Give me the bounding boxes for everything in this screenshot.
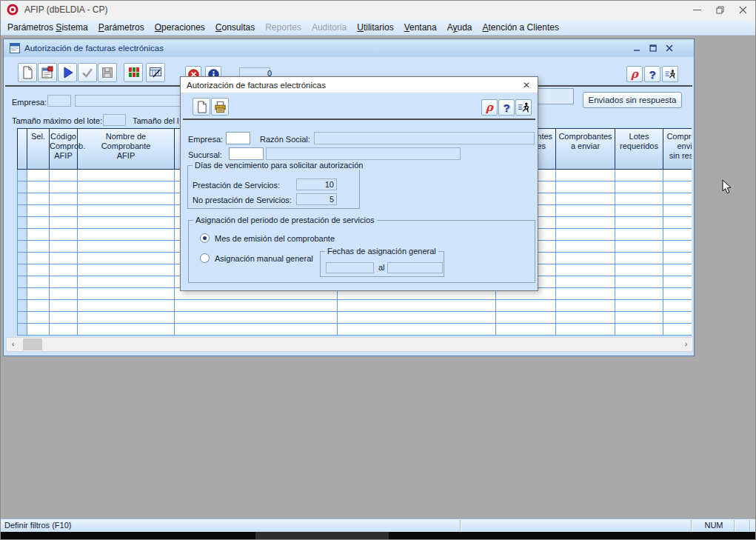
confirm-button[interactable]: [78, 63, 97, 82]
grid-cell[interactable]: [50, 205, 78, 217]
dialog-new-document-button[interactable]: [193, 98, 210, 116]
grid-cell[interactable]: [50, 217, 78, 229]
grid-cell[interactable]: [615, 324, 663, 336]
grid-cell[interactable]: [556, 264, 615, 276]
grid-row-indicator[interactable]: [17, 193, 27, 205]
grid-cell[interactable]: [663, 312, 692, 324]
grid-cell[interactable]: [175, 300, 338, 312]
grid-cell[interactable]: [663, 229, 692, 241]
grid-cell[interactable]: [615, 217, 663, 229]
grid-header-cell[interactable]: [17, 129, 27, 169]
grid-cell[interactable]: [556, 288, 615, 300]
grid-cell[interactable]: [50, 288, 78, 300]
grid-cell[interactable]: [27, 312, 50, 324]
grid-row-indicator[interactable]: [17, 324, 27, 336]
scroll-right-arrow[interactable]: ›: [680, 338, 692, 351]
grid-cell[interactable]: [615, 276, 663, 288]
grid-cell[interactable]: [663, 241, 692, 253]
grid-header-cell[interactable]: CódigoComprob.AFIP: [50, 129, 78, 169]
grid-cell[interactable]: [27, 170, 50, 181]
grid-cell[interactable]: [27, 253, 50, 264]
grid-cell[interactable]: [27, 193, 50, 205]
grid-row-indicator[interactable]: [17, 217, 27, 229]
grid-cell[interactable]: [663, 276, 692, 288]
scroll-thumb[interactable]: [23, 339, 42, 350]
grid-cell[interactable]: [663, 253, 692, 264]
grid-row-indicator[interactable]: [17, 241, 27, 253]
grid-cell[interactable]: [27, 300, 50, 312]
grid-cell[interactable]: [615, 241, 663, 253]
child-titlebar[interactable]: Autorización de facturas electrónicas: [4, 39, 694, 57]
grid-cell[interactable]: [78, 229, 175, 241]
grid-cell[interactable]: [50, 312, 78, 324]
grid-cell[interactable]: [78, 181, 175, 193]
grid-header-cell[interactable]: Nombre deComprobanteAFIP: [78, 129, 175, 169]
exit-button[interactable]: [662, 66, 678, 82]
child-maximize-button[interactable]: [645, 42, 661, 54]
grid-cell[interactable]: [556, 312, 615, 324]
fecha-desde-field[interactable]: [326, 262, 374, 273]
grid-row-indicator[interactable]: [17, 229, 27, 241]
grid-cell[interactable]: [615, 253, 663, 264]
radio-mes-emision[interactable]: [200, 233, 210, 243]
grid-cell[interactable]: [615, 205, 663, 217]
grid-cell[interactable]: [78, 288, 175, 300]
fecha-hasta-field[interactable]: [387, 262, 443, 273]
tamano-lote-field[interactable]: [103, 114, 126, 126]
dialog-sucursal-field[interactable]: [229, 147, 264, 160]
phone-button[interactable]: ρ: [626, 66, 643, 82]
menu-item-par-metros[interactable]: Parámetros: [93, 20, 150, 35]
dialog-help-button[interactable]: ?: [498, 99, 515, 116]
dialog-print-button[interactable]: [211, 98, 229, 116]
grid-cell[interactable]: [50, 193, 78, 205]
data-columns-button[interactable]: [124, 63, 143, 82]
child-minimize-button[interactable]: [629, 42, 645, 54]
grid-cell[interactable]: [556, 205, 615, 217]
grid-row-indicator[interactable]: [17, 253, 27, 264]
properties-button[interactable]: [38, 63, 57, 82]
grid-row-indicator[interactable]: [17, 312, 27, 324]
menu-item-ayuda[interactable]: Ayuda: [442, 20, 478, 35]
grid-header-cell[interactable]: Lotesrequeridos: [615, 129, 663, 169]
grid-cell[interactable]: [663, 181, 692, 193]
grid-cell[interactable]: [663, 193, 692, 205]
enviados-sin-respuesta-button[interactable]: Enviados sin respuesta: [583, 92, 682, 108]
grid-cell[interactable]: [615, 170, 663, 181]
grid-cell[interactable]: [615, 264, 663, 276]
screen-edit-button[interactable]: [146, 63, 165, 82]
grid-cell[interactable]: [78, 217, 175, 229]
grid-cell[interactable]: [27, 181, 50, 193]
dialog-titlebar[interactable]: Autorización de facturas electrónicas ✕: [181, 77, 538, 93]
grid-row-indicator[interactable]: [17, 300, 27, 312]
grid-cell[interactable]: [78, 300, 175, 312]
close-button[interactable]: [732, 0, 755, 20]
scroll-left-arrow[interactable]: ‹: [7, 338, 19, 351]
grid-row-indicator[interactable]: [17, 205, 27, 217]
minimize-button[interactable]: [686, 0, 709, 20]
grid-cell[interactable]: [615, 181, 663, 193]
radio-asignacion-manual[interactable]: [200, 253, 210, 263]
grid-cell[interactable]: [78, 276, 175, 288]
grid-cell[interactable]: [496, 300, 556, 312]
menu-item-utilitarios[interactable]: Utilitarios: [352, 20, 398, 35]
grid-cell[interactable]: [50, 264, 78, 276]
grid-cell[interactable]: [615, 193, 663, 205]
grid-cell[interactable]: [663, 264, 692, 276]
grid-cell[interactable]: [556, 170, 615, 181]
grid-cell[interactable]: [175, 324, 338, 336]
grid-cell[interactable]: [27, 276, 50, 288]
grid-cell[interactable]: [663, 324, 692, 336]
menu-item-par-metros-sistema[interactable]: Parámetros Sistema: [2, 20, 93, 35]
grid-cell[interactable]: [556, 253, 615, 264]
grid-row-indicator[interactable]: [17, 170, 27, 181]
radio-asignacion-manual-label[interactable]: Asignación manual general: [215, 254, 313, 263]
grid-cell[interactable]: [175, 312, 338, 324]
dialog-close-button[interactable]: ✕: [520, 79, 533, 92]
dialog-exit-button[interactable]: [515, 99, 532, 116]
empresa-code-field[interactable]: [47, 95, 71, 107]
menu-item-auditoria[interactable]: Auditoria: [307, 20, 352, 35]
dialog-empresa-field[interactable]: [226, 132, 250, 144]
grid-cell[interactable]: [663, 205, 692, 217]
menu-item-atenci-n-a-clientes[interactable]: Atención a Clientes: [478, 20, 564, 35]
grid-row-indicator[interactable]: [17, 264, 27, 276]
